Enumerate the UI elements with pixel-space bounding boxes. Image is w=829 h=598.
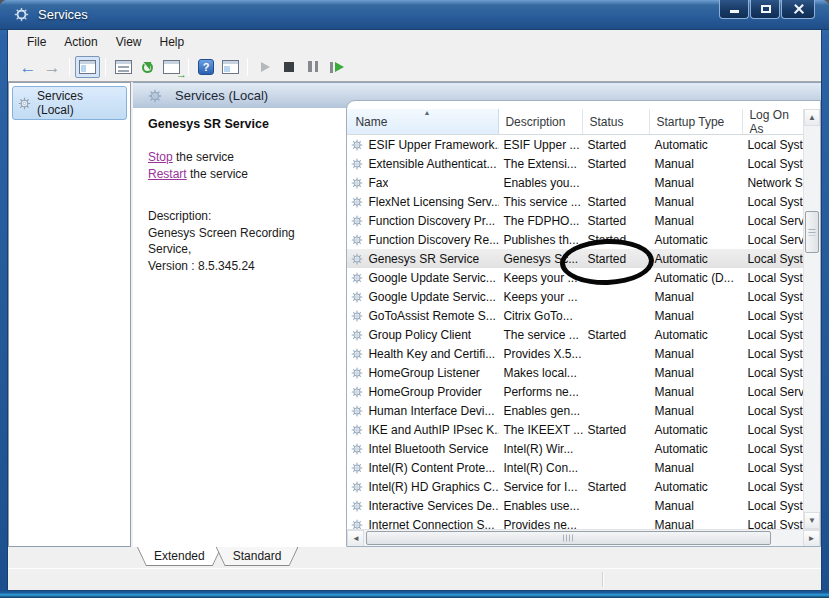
table-row[interactable]: Genesys SR Service Genesys Sc... Started… <box>347 249 803 268</box>
service-description-cell: Genesys Sc... <box>499 252 583 266</box>
service-startup-type-cell: Automatic <box>650 252 743 266</box>
services-window: Services File Action View Help ← → → ? <box>0 0 829 598</box>
service-startup-type-cell: Automatic <box>650 423 743 437</box>
table-row[interactable]: Extensible Authenticat... The Extensi...… <box>347 154 803 173</box>
table-row[interactable]: Group Policy Client The service ... Star… <box>347 325 803 344</box>
service-startup-type-cell: Manual <box>650 195 743 209</box>
window-controls <box>718 0 815 19</box>
service-status-cell: Started <box>583 157 650 171</box>
toolbar: ← → → ? <box>8 53 821 82</box>
titlebar[interactable]: Services <box>0 0 829 30</box>
back-icon: ← <box>20 59 37 76</box>
service-gear-icon <box>351 234 363 246</box>
column-header-name[interactable]: Name▲ <box>347 109 499 134</box>
toolbar-separator <box>105 58 106 76</box>
service-gear-icon <box>351 215 363 227</box>
table-row[interactable]: Intel Bluetooth Service Intel(R) Wir... … <box>347 439 803 458</box>
table-row[interactable]: Intel(R) Content Prote... Intel(R) Con..… <box>347 458 803 477</box>
menu-view[interactable]: View <box>107 32 151 52</box>
table-row[interactable]: Internet Connection S... Provides ne... … <box>347 515 803 529</box>
show-action-pane-button[interactable] <box>218 56 242 78</box>
service-name: Intel(R) Content Prote... <box>368 461 495 475</box>
menu-action[interactable]: Action <box>55 32 106 52</box>
table-row[interactable]: Function Discovery Pr... The FDPHO... St… <box>347 211 803 230</box>
service-description-cell: Provides ne... <box>499 518 583 530</box>
restart-service-button[interactable] <box>325 56 349 78</box>
service-logon-cell: Local Syste <box>743 290 803 304</box>
table-row[interactable]: HomeGroup Provider Performs ne... Manual… <box>347 382 803 401</box>
table-row[interactable]: ESIF Upper Framework... ESIF Upper ... S… <box>347 135 803 154</box>
maximize-button[interactable] <box>750 0 780 19</box>
service-name: ESIF Upper Framework... <box>368 138 499 152</box>
horizontal-scrollbar-thumb[interactable] <box>366 531 771 545</box>
service-description-cell: Enables use... <box>499 499 583 513</box>
tab-standard[interactable]: Standard <box>216 547 299 566</box>
table-row[interactable]: Human Interface Devi... Enables gen... M… <box>347 401 803 420</box>
show-console-tree-button[interactable] <box>75 56 100 78</box>
service-description-cell: ESIF Upper ... <box>499 138 583 152</box>
service-gear-icon <box>351 196 363 208</box>
service-logon-cell: Local Syste <box>743 518 803 530</box>
scroll-up-icon[interactable]: ▲ <box>804 109 820 126</box>
service-description-cell: The FDPHO... <box>499 214 583 228</box>
service-logon-cell: Local Syste <box>743 404 803 418</box>
services-pane: Services (Local) Genesys SR Service Stop… <box>133 82 821 547</box>
scroll-right-icon[interactable]: ► <box>803 530 820 547</box>
menu-file[interactable]: File <box>18 32 55 52</box>
maximize-icon <box>761 5 771 13</box>
stop-service-link[interactable]: Stop <box>148 150 173 164</box>
service-logon-cell: Local Syste <box>743 347 803 361</box>
menu-bar: File Action View Help <box>8 30 821 53</box>
pause-service-button[interactable] <box>301 56 325 78</box>
properties-button[interactable] <box>111 56 135 78</box>
sidebar-item-services-local[interactable]: Services (Local) <box>12 86 127 120</box>
service-description-cell: Service for I... <box>499 480 583 494</box>
start-service-button[interactable] <box>253 56 277 78</box>
help-icon: ? <box>198 59 214 75</box>
restart-service-link[interactable]: Restart <box>148 167 187 181</box>
table-row[interactable]: GoToAssist Remote S... Citrix GoTo... Ma… <box>347 306 803 325</box>
service-gear-icon <box>351 158 363 170</box>
service-gear-icon <box>351 139 363 151</box>
help-button[interactable]: ? <box>194 56 218 78</box>
column-header-description[interactable]: Description <box>499 109 583 134</box>
table-row[interactable]: Function Discovery Re... Publishes th...… <box>347 230 803 249</box>
view-tabs: Extended Standard <box>8 547 821 568</box>
table-row[interactable]: HomeGroup Listener Makes local... Manual… <box>347 363 803 382</box>
column-header-log-on-as[interactable]: Log On As <box>743 109 803 134</box>
table-row[interactable]: IKE and AuthIP IPsec K... The IKEEXT ...… <box>347 420 803 439</box>
table-row[interactable]: Google Update Servic... Keeps your ... M… <box>347 287 803 306</box>
vertical-scrollbar-thumb[interactable] <box>805 211 819 253</box>
service-name: GoToAssist Remote S... <box>368 309 495 323</box>
stop-service-button[interactable] <box>277 56 301 78</box>
scroll-left-icon[interactable]: ◄ <box>347 530 364 547</box>
table-row[interactable]: Fax Enables you... Manual Network S <box>347 173 803 192</box>
minimize-icon <box>730 10 739 13</box>
scroll-down-icon[interactable]: ▼ <box>804 512 820 529</box>
table-row[interactable]: Google Update Servic... Keeps your ... A… <box>347 268 803 287</box>
close-button[interactable] <box>781 0 815 19</box>
export-list-button[interactable]: → <box>159 56 183 78</box>
stop-service-line: Stop the service <box>148 149 336 166</box>
column-header-startup-type[interactable]: Startup Type <box>650 109 743 134</box>
service-description-cell: Intel(R) Wir... <box>499 442 583 456</box>
refresh-button[interactable] <box>135 56 159 78</box>
console-tree-panel: Services (Local) <box>8 82 131 547</box>
table-row[interactable]: Health Key and Certifi... Provides X.5..… <box>347 344 803 363</box>
service-name: Fax <box>368 176 388 190</box>
minimize-button[interactable] <box>719 0 749 19</box>
column-header-status[interactable]: Status <box>583 109 650 134</box>
service-logon-cell: Local Servi <box>743 214 803 228</box>
table-row[interactable]: Interactive Services De... Enables use..… <box>347 496 803 515</box>
service-logon-cell: Local Syste <box>743 271 803 285</box>
vertical-scrollbar[interactable]: ▲ ▼ <box>803 109 820 529</box>
service-startup-type-cell: Automatic <box>650 328 743 342</box>
horizontal-scrollbar[interactable]: ◄ ► <box>347 529 820 546</box>
tab-extended[interactable]: Extended <box>137 547 222 566</box>
table-row[interactable]: Intel(R) HD Graphics C... Service for I.… <box>347 477 803 496</box>
service-description-cell: The service ... <box>499 328 583 342</box>
forward-button[interactable]: → <box>40 56 64 78</box>
table-row[interactable]: FlexNet Licensing Serv... This service .… <box>347 192 803 211</box>
back-button[interactable]: ← <box>16 56 40 78</box>
menu-help[interactable]: Help <box>151 32 194 52</box>
